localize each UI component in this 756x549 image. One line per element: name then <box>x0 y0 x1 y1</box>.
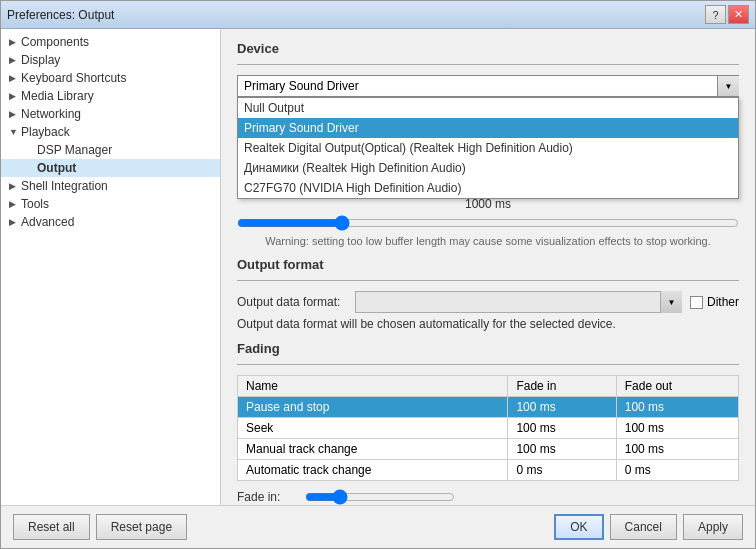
sidebar-label-dsp: DSP Manager <box>37 143 112 157</box>
device-dropdown-row: Primary Sound Driver ▼ Null Output Prima… <box>237 75 739 97</box>
buffer-warning: Warning: setting too low buffer length m… <box>237 235 739 247</box>
bottom-right-buttons: OK Cancel Apply <box>554 514 743 540</box>
bottom-left-buttons: Reset all Reset page <box>13 514 187 540</box>
format-dropdown-wrapper: ▼ <box>355 291 682 313</box>
device-dropdown-wrapper: Primary Sound Driver ▼ Null Output Prima… <box>237 75 739 97</box>
fading-cell-fadeout-1: 100 ms <box>616 418 738 439</box>
fading-col-name: Name <box>238 376 508 397</box>
device-section-title: Device <box>237 41 739 56</box>
fade-in-row: Fade in: <box>237 489 739 505</box>
expand-icon-media: ▶ <box>9 91 19 101</box>
sidebar-label-components: Components <box>21 35 89 49</box>
sidebar: ▶ Components ▶ Display ▶ Keyboard Shortc… <box>1 29 221 505</box>
sidebar-item-shell[interactable]: ▶ Shell Integration <box>1 177 220 195</box>
sidebar-item-dsp-manager[interactable]: DSP Manager <box>1 141 220 159</box>
sidebar-item-playback[interactable]: ▼ Playback <box>1 123 220 141</box>
close-button[interactable]: ✕ <box>728 5 749 24</box>
fading-cell-fadein-0: 100 ms <box>508 397 616 418</box>
fading-section: Fading Name Fade in Fade out Pause and s… <box>237 341 739 505</box>
bottom-bar: Reset all Reset page OK Cancel Apply <box>1 505 755 548</box>
sidebar-label-tools: Tools <box>21 197 49 211</box>
fading-row-0[interactable]: Pause and stop 100 ms 100 ms <box>238 397 739 418</box>
fading-row-3[interactable]: Automatic track change 0 ms 0 ms <box>238 460 739 481</box>
output-format-divider <box>237 280 739 281</box>
buffer-value: 1000 ms <box>237 197 739 211</box>
output-format-title: Output format <box>237 257 739 272</box>
sidebar-item-advanced[interactable]: ▶ Advanced <box>1 213 220 231</box>
fading-cell-fadeout-2: 100 ms <box>616 439 738 460</box>
reset-all-button[interactable]: Reset all <box>13 514 90 540</box>
preferences-window: Preferences: Output ? ✕ ▶ Components ▶ D… <box>0 0 756 549</box>
cancel-button[interactable]: Cancel <box>610 514 677 540</box>
sidebar-item-tools[interactable]: ▶ Tools <box>1 195 220 213</box>
fading-cell-fadein-1: 100 ms <box>508 418 616 439</box>
expand-icon-components: ▶ <box>9 37 19 47</box>
apply-button[interactable]: Apply <box>683 514 743 540</box>
device-dropdown-popup: Null Output Primary Sound Driver Realtek… <box>237 97 739 199</box>
titlebar-buttons: ? ✕ <box>705 5 749 24</box>
dropdown-option-dinamiki[interactable]: Динамики (Realtek High Definition Audio) <box>238 158 738 178</box>
dropdown-option-primary[interactable]: Primary Sound Driver <box>238 118 738 138</box>
device-dropdown-value: Primary Sound Driver <box>244 79 359 93</box>
expand-icon-keyboard: ▶ <box>9 73 19 83</box>
device-dropdown[interactable]: Primary Sound Driver <box>237 75 739 97</box>
expand-icon-advanced: ▶ <box>9 217 19 227</box>
expand-icon-display: ▶ <box>9 55 19 65</box>
sidebar-item-display[interactable]: ▶ Display <box>1 51 220 69</box>
fading-cell-fadeout-0: 100 ms <box>616 397 738 418</box>
output-format-row: Output data format: ▼ Dither <box>237 291 739 313</box>
dither-row: Dither <box>690 295 739 309</box>
sidebar-label-advanced: Advanced <box>21 215 74 229</box>
dropdown-option-null[interactable]: Null Output <box>238 98 738 118</box>
fading-table: Name Fade in Fade out Pause and stop 100… <box>237 375 739 481</box>
dither-checkbox[interactable] <box>690 296 703 309</box>
main-panel: Device Primary Sound Driver ▼ Null Outpu… <box>221 29 755 505</box>
sidebar-item-media-library[interactable]: ▶ Media Library <box>1 87 220 105</box>
sidebar-item-keyboard-shortcuts[interactable]: ▶ Keyboard Shortcuts <box>1 69 220 87</box>
fading-row-2[interactable]: Manual track change 100 ms 100 ms <box>238 439 739 460</box>
fading-divider <box>237 364 739 365</box>
sidebar-label-playback: Playback <box>21 125 70 139</box>
dropdown-option-nvidia[interactable]: C27FG70 (NVIDIA High Definition Audio) <box>238 178 738 198</box>
fading-cell-name-0: Pause and stop <box>238 397 508 418</box>
dropdown-option-realtek-optical[interactable]: Realtek Digital Output(Optical) (Realtek… <box>238 138 738 158</box>
fading-title: Fading <box>237 341 739 356</box>
sidebar-item-networking[interactable]: ▶ Networking <box>1 105 220 123</box>
reset-page-button[interactable]: Reset page <box>96 514 187 540</box>
buffer-section: 1000 ms Warning: setting too low buffer … <box>237 197 739 247</box>
content-area: ▶ Components ▶ Display ▶ Keyboard Shortc… <box>1 29 755 505</box>
fading-cell-fadein-3: 0 ms <box>508 460 616 481</box>
buffer-slider[interactable] <box>237 213 739 233</box>
fade-in-slider[interactable] <box>305 489 455 505</box>
expand-icon-playback: ▼ <box>9 127 19 137</box>
expand-icon-networking: ▶ <box>9 109 19 119</box>
format-dropdown[interactable] <box>355 291 682 313</box>
device-divider <box>237 64 739 65</box>
fading-col-fadeout: Fade out <box>616 376 738 397</box>
sidebar-label-shell: Shell Integration <box>21 179 108 193</box>
sidebar-label-output: Output <box>37 161 76 175</box>
fading-col-fadein: Fade in <box>508 376 616 397</box>
fading-cell-name-1: Seek <box>238 418 508 439</box>
output-format-note: Output data format will be chosen automa… <box>237 317 739 331</box>
titlebar: Preferences: Output ? ✕ <box>1 1 755 29</box>
output-format-section: Output format Output data format: ▼ Dith… <box>237 257 739 331</box>
dither-label: Dither <box>707 295 739 309</box>
help-button[interactable]: ? <box>705 5 726 24</box>
sidebar-label-networking: Networking <box>21 107 81 121</box>
sidebar-label-keyboard: Keyboard Shortcuts <box>21 71 126 85</box>
expand-icon-tools: ▶ <box>9 199 19 209</box>
fading-row-1[interactable]: Seek 100 ms 100 ms <box>238 418 739 439</box>
fading-cell-name-2: Manual track change <box>238 439 508 460</box>
fading-cell-fadeout-3: 0 ms <box>616 460 738 481</box>
fading-cell-name-3: Automatic track change <box>238 460 508 481</box>
sidebar-label-display: Display <box>21 53 60 67</box>
sidebar-label-media: Media Library <box>21 89 94 103</box>
fading-cell-fadein-2: 100 ms <box>508 439 616 460</box>
sidebar-item-output[interactable]: Output <box>1 159 220 177</box>
fade-in-label: Fade in: <box>237 490 297 504</box>
ok-button[interactable]: OK <box>554 514 603 540</box>
output-format-label: Output data format: <box>237 295 347 309</box>
expand-icon-shell: ▶ <box>9 181 19 191</box>
sidebar-item-components[interactable]: ▶ Components <box>1 33 220 51</box>
